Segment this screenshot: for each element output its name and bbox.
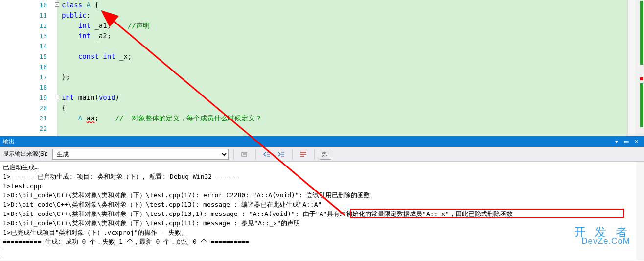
word-wrap-toggle-button[interactable]: abc↵ [320, 149, 331, 160]
svg-text:c↵: c↵ [322, 154, 327, 158]
output-line: 1>D:\bit_code\C++\类和对象\类和对象（下）\test.cpp(… [3, 190, 641, 200]
code-line[interactable] [57, 62, 644, 72]
line-number: 12 [20, 21, 47, 31]
line-number: 14 [20, 41, 47, 51]
indent-button[interactable] [276, 149, 287, 160]
output-line: 1>D:\bit_code\C++\类和对象\类和对象（下）\test.cpp(… [3, 200, 641, 209]
error-marker [640, 77, 643, 80]
line-number: 19 [20, 93, 47, 103]
line-number: 13 [20, 31, 47, 41]
output-cursor-line [3, 246, 641, 256]
line-number: 15 [20, 51, 47, 62]
line-number: 11 [20, 10, 47, 21]
code-line[interactable]: int main(void) [57, 93, 644, 103]
editor-overview-ruler[interactable] [635, 0, 644, 136]
editor-scrollbar[interactable] [627, 0, 635, 136]
line-number: 10 [20, 0, 47, 10]
fold-toggle-icon[interactable]: - [55, 95, 59, 99]
panel-dropdown-icon[interactable]: ▾ [612, 139, 621, 145]
code-line[interactable] [57, 82, 644, 93]
change-marker [640, 83, 643, 127]
code-editor[interactable]: 10 11 12 13 14 15 16 17 18 19 20 21 22 c… [0, 0, 644, 136]
line-number: 17 [20, 72, 47, 82]
editor-left-margin [0, 0, 20, 136]
line-number: 22 [20, 123, 47, 134]
line-number: 18 [20, 82, 47, 93]
fold-toggle-icon[interactable]: - [55, 2, 59, 7]
outdent-button[interactable] [261, 149, 273, 160]
output-line: 已启动生成… [3, 163, 641, 172]
clear-output-button[interactable] [239, 149, 251, 160]
line-number: 20 [20, 103, 47, 113]
toggle-wrap-button[interactable] [298, 149, 309, 160]
code-line[interactable]: int _a2; [57, 31, 644, 41]
output-line: 1>D:\bit_code\C++\类和对象\类和对象（下）\test.cpp(… [3, 218, 641, 228]
output-source-select[interactable]: 生成 [52, 149, 229, 160]
output-line: 1>test.cpp [3, 181, 641, 190]
output-line: ========== 生成: 成功 0 个，失败 1 个，最新 0 个，跳过 0… [3, 237, 641, 246]
code-line[interactable] [57, 41, 644, 51]
panel-pin-icon[interactable]: ▭ [621, 139, 631, 145]
code-line[interactable]: int _a1; //声明 [57, 21, 644, 31]
code-line[interactable]: A aa; // 对象整体的定义，每个成员什么时候定义？ [57, 113, 644, 123]
output-source-label: 显示输出来源(S): [3, 150, 47, 158]
output-panel-title: 输出 [3, 138, 15, 146]
code-line[interactable]: const int _x; [57, 51, 644, 62]
output-body[interactable]: 已启动生成… 1>------ 已启动生成: 项目: 类和对象（下）, 配置: … [0, 162, 644, 260]
output-line: 1>D:\bit_code\C++\类和对象\类和对象（下）\test.cpp(… [3, 209, 641, 218]
toolbar-separator [314, 149, 315, 159]
output-scrollbar[interactable] [636, 162, 644, 260]
code-line[interactable]: }; [57, 72, 644, 82]
toolbar-separator [233, 149, 234, 159]
code-content[interactable]: class A {public: int _a1; //声明 int _a2; … [57, 0, 644, 136]
code-line[interactable]: class A { [57, 0, 644, 10]
toolbar-separator [255, 149, 256, 159]
change-marker [640, 1, 643, 65]
toolbar-separator [292, 149, 293, 159]
code-line[interactable]: { [57, 103, 644, 113]
output-toolbar: 显示输出来源(S): 生成 abc↵ [0, 147, 644, 162]
fold-bar[interactable]: - - [57, 0, 62, 136]
output-line: 1>已完成生成项目"类和对象（下）.vcxproj"的操作 - 失败。 [3, 228, 641, 237]
output-line: 1>------ 已启动生成: 项目: 类和对象（下）, 配置: Debug W… [3, 172, 641, 181]
panel-close-icon[interactable]: ✕ [631, 139, 641, 145]
line-number: 16 [20, 62, 47, 72]
output-panel-header[interactable]: 输出 ▾ ▭ ✕ [0, 136, 644, 147]
code-line[interactable]: public: [57, 10, 644, 21]
line-number-gutter: 10 11 12 13 14 15 16 17 18 19 20 21 22 [20, 0, 57, 136]
code-line[interactable] [57, 123, 644, 134]
line-number: 21 [20, 113, 47, 123]
